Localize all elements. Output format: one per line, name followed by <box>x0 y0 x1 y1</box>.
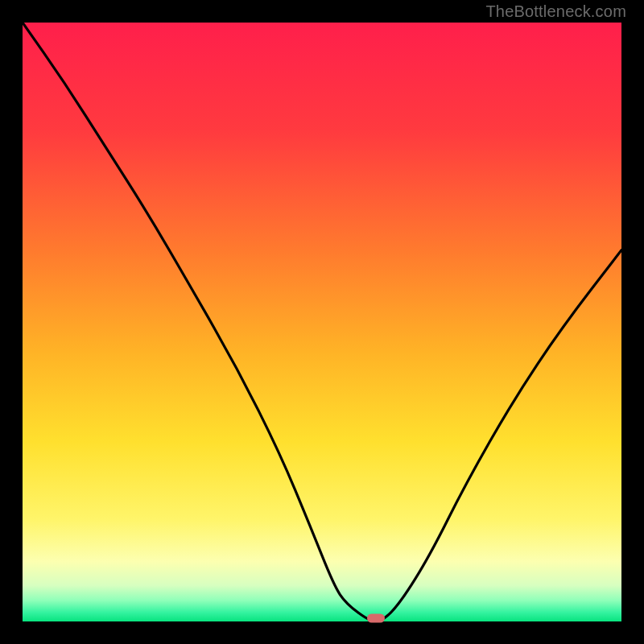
bottleneck-curve <box>23 23 621 621</box>
optimal-point-marker <box>367 614 385 623</box>
chart-plot-area <box>23 23 621 621</box>
watermark-text: TheBottleneck.com <box>485 2 626 21</box>
